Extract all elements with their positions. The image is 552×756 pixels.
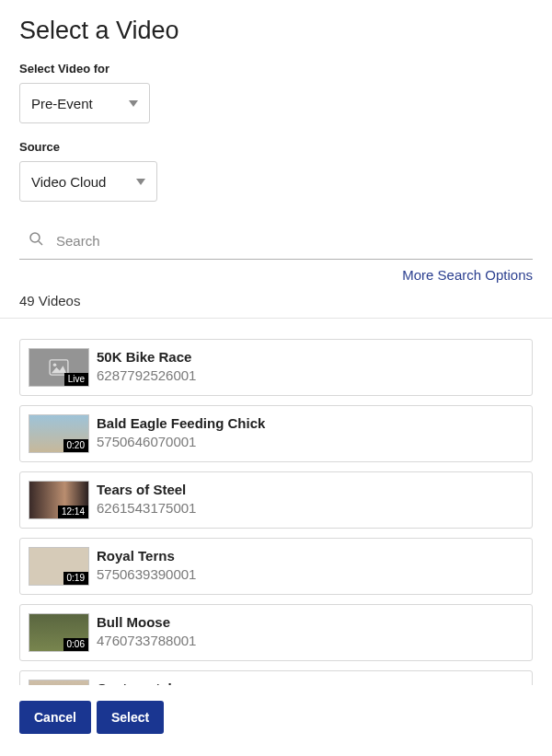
video-title: Bull Moose [97, 613, 523, 632]
modal-footer: Cancel Select [0, 685, 552, 756]
video-thumbnail: 0:06 [29, 613, 89, 652]
duration-badge: 0:20 [63, 439, 88, 452]
dropdown-select-video-for[interactable]: Pre-Event [19, 83, 150, 123]
video-info: Royal Terns5750639390001 [97, 547, 523, 583]
video-thumbnail: Live [29, 348, 89, 387]
chevron-down-icon [129, 100, 138, 107]
duration-badge: 0:06 [63, 638, 88, 651]
dropdown-source[interactable]: Video Cloud [19, 161, 157, 202]
video-title: Bald Eagle Feeding Chick [97, 414, 523, 433]
video-info: Bald Eagle Feeding Chick5750646070001 [97, 414, 523, 450]
video-id: 6261543175001 [97, 499, 523, 518]
video-id: 5750646070001 [97, 433, 523, 451]
video-thumbnail: 0:20 [29, 414, 89, 453]
chevron-down-icon [136, 179, 145, 185]
video-item[interactable]: 12:14Tears of Steel6261543175001 [19, 471, 533, 529]
video-item[interactable]: 0:11Oystercatcher3531344709001 [19, 670, 533, 685]
video-title: Royal Terns [97, 547, 523, 565]
video-title: 50K Bike Race [97, 348, 523, 366]
more-options-row: More Search Options [19, 267, 533, 284]
video-info: Bull Moose4760733788001 [97, 613, 523, 649]
search-row [19, 224, 533, 260]
video-list[interactable]: Live50K Bike Race62877925260010:20Bald E… [0, 318, 552, 685]
video-id: 6287792526001 [97, 366, 523, 385]
video-count: 49 Videos [19, 293, 533, 308]
modal-body: Select a Video Select Video for Pre-Even… [0, 0, 552, 685]
video-thumbnail: 0:19 [29, 547, 89, 586]
select-button[interactable]: Select [97, 701, 164, 734]
video-item[interactable]: 0:06Bull Moose4760733788001 [19, 604, 533, 661]
svg-point-0 [30, 233, 40, 242]
duration-badge: 0:19 [63, 572, 88, 585]
cancel-button[interactable]: Cancel [19, 701, 91, 734]
video-info: 50K Bike Race6287792526001 [97, 348, 523, 384]
video-thumbnail: 12:14 [29, 481, 89, 519]
field-select-video-for: Select Video for Pre-Event [19, 62, 533, 123]
video-item[interactable]: 0:20Bald Eagle Feeding Chick575064607000… [19, 405, 533, 462]
duration-badge: 12:14 [58, 506, 88, 518]
video-info: Tears of Steel6261543175001 [97, 481, 523, 517]
label-select-video-for: Select Video for [19, 62, 533, 76]
video-item[interactable]: 0:19Royal Terns5750639390001 [19, 538, 533, 595]
video-item[interactable]: Live50K Bike Race6287792526001 [19, 339, 533, 396]
more-search-options-link[interactable]: More Search Options [402, 267, 533, 283]
video-id: 5750639390001 [97, 565, 523, 584]
video-id: 4760733788001 [97, 632, 523, 650]
page-title: Select a Video [19, 17, 533, 45]
svg-line-1 [39, 241, 42, 245]
video-thumbnail: 0:11 [29, 680, 89, 685]
dropdown-value: Pre-Event [31, 96, 123, 111]
video-title: Tears of Steel [97, 481, 523, 499]
svg-point-3 [53, 364, 57, 367]
search-icon [29, 231, 43, 250]
search-input[interactable] [56, 233, 533, 249]
dropdown-value: Video Cloud [31, 174, 131, 190]
field-source: Source Video Cloud [19, 140, 533, 202]
label-source: Source [19, 140, 533, 154]
live-badge: Live [64, 373, 88, 386]
select-video-modal: Select a Video Select Video for Pre-Even… [0, 0, 552, 756]
